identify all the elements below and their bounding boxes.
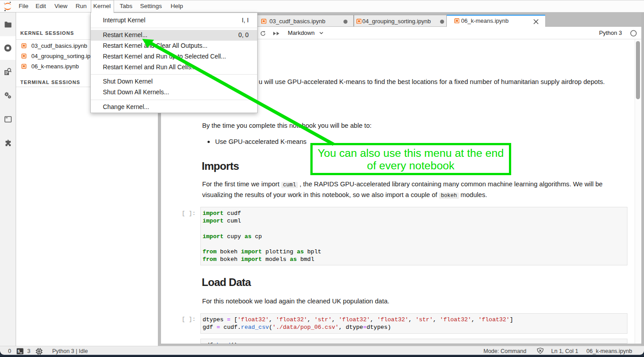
- svg-text:$: $: [17, 349, 20, 353]
